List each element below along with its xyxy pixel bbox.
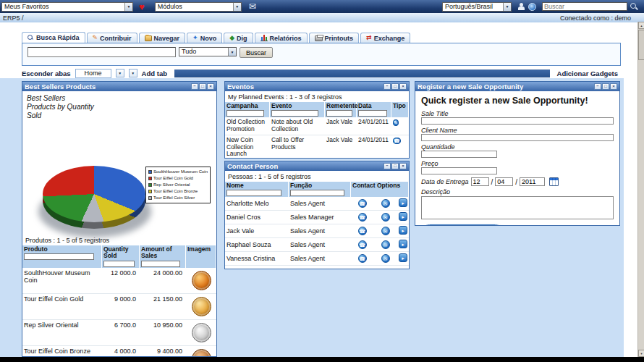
campanha-filter-input[interactable] xyxy=(226,110,264,117)
home-tab[interactable]: Home xyxy=(75,69,111,78)
gadget-title-bar[interactable]: Best Sellers Products − □ × xyxy=(22,82,216,91)
mail-icon[interactable]: ✉ xyxy=(249,1,256,12)
produto-filter-input[interactable] xyxy=(24,253,94,260)
minimize-button[interactable]: − xyxy=(191,83,198,90)
event-type-phone-icon[interactable]: ☎ xyxy=(393,138,401,144)
quantity-filter-input[interactable] xyxy=(103,261,135,267)
add-gadgets-link[interactable]: Adicionar Gadgets xyxy=(557,70,618,77)
gadget-eventos: Eventos − □ × My Planned Events : 1 - 3 … xyxy=(224,81,410,159)
contact-card-icon[interactable]: ▸ xyxy=(399,253,407,262)
phone-icon[interactable]: ☎ xyxy=(358,199,367,208)
table-row[interactable]: Rep Silver Oriental 6 700.0 10 950.00 xyxy=(22,320,216,346)
scrollbar-thumb[interactable] xyxy=(638,30,644,60)
close-button[interactable]: × xyxy=(399,83,407,90)
event-type-note-icon[interactable]: ✎ xyxy=(393,119,399,126)
global-search-input[interactable] xyxy=(542,2,627,11)
description-textarea[interactable] xyxy=(421,196,614,219)
language-select[interactable]: Português/Brasil ▼ xyxy=(442,2,512,12)
globe-icon[interactable] xyxy=(528,3,536,11)
table-row[interactable]: SoulthHouver Museum Coin 12 000.0 24 000… xyxy=(22,268,216,294)
search-button[interactable]: Buscar xyxy=(240,47,273,58)
sale-title-input[interactable] xyxy=(421,117,614,125)
mail-icon[interactable]: ✉ xyxy=(381,199,390,208)
mail-icon[interactable]: ✉ xyxy=(381,254,390,263)
scroll-up-button[interactable]: ▲ xyxy=(638,22,644,29)
minimize-button[interactable]: − xyxy=(594,83,601,90)
close-button[interactable]: × xyxy=(207,83,214,90)
phone-icon[interactable]: ☎ xyxy=(358,254,367,263)
gadget-title-bar[interactable]: Contact Person − □ × xyxy=(225,161,409,171)
vertical-scrollbar[interactable]: ▲ ▼ xyxy=(637,22,644,357)
phone-icon[interactable]: ☎ xyxy=(358,227,367,235)
gadget-title-bar[interactable]: Register a new Sale Opportunity − □ × xyxy=(415,82,619,91)
minimize-button[interactable]: − xyxy=(384,83,391,90)
table-row[interactable]: Tour Eiffel Coin Gold 9 000.0 21 150.00 xyxy=(22,294,216,320)
calendar-icon[interactable] xyxy=(549,177,559,186)
favorites-heart-icon[interactable]: ♥ xyxy=(139,2,145,12)
date-separator: / xyxy=(515,178,517,186)
contact-card-icon[interactable]: ▸ xyxy=(399,198,407,207)
remetente-filter-input[interactable] xyxy=(326,110,352,117)
tab-novo[interactable]: ✦ Novo xyxy=(187,33,222,43)
tab-printouts[interactable]: Printouts xyxy=(309,33,360,43)
tab-contribuir[interactable]: ✎ Contribuir xyxy=(87,33,137,43)
scroll-down-button[interactable]: ▼ xyxy=(638,350,644,357)
column-header: Quantity Sold xyxy=(102,245,140,268)
maximize-button[interactable]: □ xyxy=(391,83,399,90)
table-row[interactable]: Tour Eiffel Coin Bronze 4 000.0 9 400.00 xyxy=(22,346,216,357)
breadcrumb[interactable]: ERP5 / xyxy=(3,14,24,22)
tab-relatorios[interactable]: Relatórios xyxy=(255,33,308,43)
minimize-button[interactable]: − xyxy=(384,163,391,169)
search-icon[interactable] xyxy=(630,3,638,11)
price-input[interactable] xyxy=(421,167,497,174)
date-month-input[interactable] xyxy=(495,177,513,186)
table-row[interactable]: Vanessa Cristina Sales Agent ☎ ✉ ▸ xyxy=(225,252,409,266)
tab-navegar[interactable]: Navegar xyxy=(139,33,186,43)
evento-filter-input[interactable] xyxy=(271,110,318,117)
tab-busca-rapida[interactable]: Busca Rápida xyxy=(22,32,85,43)
maximize-button[interactable]: □ xyxy=(391,163,399,169)
close-button[interactable]: × xyxy=(610,83,617,90)
table-row[interactable]: New Coin Collection Launch Call to Offer… xyxy=(225,135,409,159)
date-year-input[interactable] xyxy=(520,177,545,186)
home-tab-options-button[interactable]: ▼ xyxy=(129,69,137,77)
amount-filter-input[interactable] xyxy=(141,261,180,267)
phone-icon[interactable]: ☎ xyxy=(358,213,367,222)
mail-icon[interactable]: ✉ xyxy=(381,213,390,222)
phone-icon[interactable]: ☎ xyxy=(358,240,367,249)
client-name-input[interactable] xyxy=(421,134,614,141)
table-row[interactable]: Old Collection Promotion Note about Old … xyxy=(225,117,409,135)
table-row[interactable]: Daniel Cros Sales Manager ☎ ✉ ▸ xyxy=(225,211,409,224)
tab-dig[interactable]: ◆ Dig xyxy=(224,33,253,43)
mail-icon[interactable]: ✉ xyxy=(381,227,390,235)
close-button[interactable]: × xyxy=(399,163,407,169)
contact-card-icon[interactable]: ▸ xyxy=(399,226,407,235)
modules-select[interactable]: Módulos ▼ xyxy=(155,2,242,12)
nome-filter-input[interactable] xyxy=(226,190,281,196)
quick-search-input[interactable] xyxy=(27,47,176,57)
add-tab-link[interactable]: Add tab xyxy=(142,70,167,77)
search-scope-select[interactable]: Tudo ▼ xyxy=(179,47,237,56)
legend-swatch xyxy=(148,196,152,200)
gadget-title-bar[interactable]: Eventos − □ × xyxy=(225,82,409,91)
date-separator: / xyxy=(491,178,493,186)
maximize-button[interactable]: □ xyxy=(602,83,609,90)
user-icon[interactable] xyxy=(517,3,525,11)
register-button[interactable]: REGISTER ▶ xyxy=(421,224,504,226)
tab-exchange[interactable]: ⇄ Exchange xyxy=(360,33,410,43)
home-tab-menu-button[interactable]: ▼ xyxy=(116,69,124,77)
table-row[interactable]: Jack Vale Sales Agent ☎ ✉ ▸ xyxy=(225,224,409,238)
funcao-filter-input[interactable] xyxy=(290,190,344,196)
mail-icon[interactable]: ✉ xyxy=(381,240,390,249)
table-row[interactable]: Raphael Souza Sales Agent ☎ ✉ ▸ xyxy=(225,238,409,252)
date-day-input[interactable] xyxy=(471,177,489,186)
favorites-select[interactable]: Meus Favoritos ▼ xyxy=(1,2,133,12)
contact-card-icon[interactable]: ▸ xyxy=(399,212,407,221)
table-row[interactable]: Charlotte Melo Sales Agent ☎ ✉ ▸ xyxy=(225,197,409,211)
data-filter-input[interactable] xyxy=(358,110,387,117)
hide-tabs-link[interactable]: Esconder abas xyxy=(22,70,71,77)
maximize-button[interactable]: □ xyxy=(199,83,206,90)
top-toolbar: Meus Favoritos ▼ ♥ Módulos ▼ ✉ Português… xyxy=(0,0,644,13)
contact-card-icon[interactable]: ▸ xyxy=(399,240,407,248)
quantity-input[interactable] xyxy=(421,151,497,158)
